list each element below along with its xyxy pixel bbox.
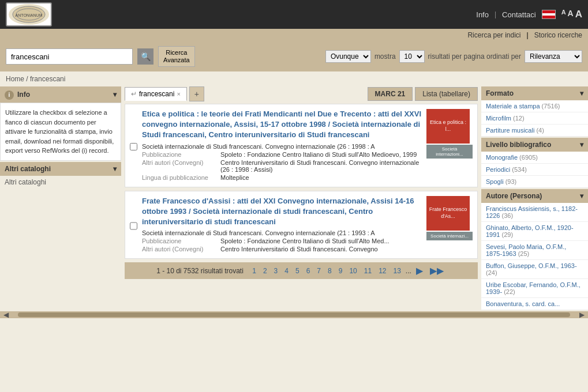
thumb-text-2: Frate Francesco d'As... — [429, 206, 467, 220]
autore-3-count: (24) — [486, 269, 497, 276]
formato-header[interactable]: Formato ▾ — [481, 86, 588, 100]
list-item[interactable]: Periodici (534) — [481, 164, 588, 176]
list-item[interactable]: Ghinato, Alberto, O.F.M., 1920-1991 (29) — [481, 222, 588, 241]
show-label: mostra — [374, 52, 396, 61]
result-altri-autori-2: Centro Interuniversitario di Studi franc… — [220, 246, 422, 252]
autore-5-label: Bonaventura, s. card. ca... — [486, 300, 560, 307]
list-item[interactable]: Franciscus Assisiensis, s., 1182-1226 (3… — [481, 203, 588, 222]
page-9-link[interactable]: 9 — [336, 266, 345, 276]
next-page-button[interactable]: ▶ — [414, 265, 425, 276]
last-page-button[interactable]: ▶▶ — [428, 265, 446, 276]
advanced-search-button[interactable]: Ricerca Avanzata — [158, 46, 195, 67]
result-altri-autori-1: Centro Interuniversitario di Studi franc… — [220, 159, 422, 173]
result-tipo-label-1: Pubblicazione — [142, 151, 217, 158]
list-item[interactable]: Bonaventura, s. card. ca... — [481, 298, 588, 310]
scroll-right-arrow[interactable]: ▶ — [576, 311, 588, 318]
info-section-content: Utilizzare la checkbox di selezione a fi… — [0, 103, 121, 161]
result-body-1: Etica e politica : le teorie dei Frati M… — [142, 109, 422, 182]
home-link[interactable]: Home — [6, 75, 24, 83]
list-item[interactable]: Spogli (93) — [481, 176, 588, 188]
page-1-link[interactable]: 1 — [250, 266, 259, 276]
autore-arrow: ▾ — [580, 192, 583, 200]
sort-select[interactable]: Rilevanza — [525, 50, 582, 63]
formato-section: Formato ▾ Materiale a stampa (7516) Micr… — [481, 86, 588, 137]
info-icon: i — [5, 89, 14, 100]
tab-add-button[interactable]: + — [189, 86, 204, 101]
pagination: 1 - 10 di 7532 risultati trovati 1 2 3 4… — [125, 262, 478, 279]
left-sidebar: i Info ▾ Utilizzare la checkbox di selez… — [0, 86, 121, 311]
page-13-link[interactable]: 13 — [391, 266, 403, 276]
font-small-button[interactable]: A — [561, 9, 566, 20]
active-tab[interactable]: ↵ francescani × — [125, 87, 187, 101]
lista-tabellare-button[interactable]: Lista (tabellare) — [415, 87, 478, 101]
bottom-scrollbar[interactable]: ◀ ▶ — [0, 311, 588, 318]
page-10-link[interactable]: 10 — [347, 266, 359, 276]
scroll-track[interactable] — [18, 312, 570, 317]
header-right: Info | Contattaci A A A — [476, 9, 582, 20]
results-per-page-label: risultati per pagina ordinati per — [428, 52, 521, 61]
result-title-2[interactable]: Frate Francesco d'Assisi : atti del XXI … — [142, 196, 422, 228]
livello-section: Livello bibliografico ▾ Monografie (6905… — [481, 138, 588, 188]
result-luogo-2: Spoleto : Fondazione Centro Italiano di … — [220, 238, 422, 244]
page-5-link[interactable]: 5 — [293, 266, 302, 276]
autore-1-count: (29) — [502, 231, 514, 238]
ricerca-indici-link[interactable]: Ricerca per indici — [467, 31, 520, 39]
table-row: Etica e politica : le teorie dei Frati M… — [125, 104, 478, 187]
page-4-link[interactable]: 4 — [282, 266, 291, 276]
font-large-button[interactable]: A — [575, 9, 582, 20]
altri-cataloghi-header[interactable]: Altri cataloghi ▾ — [0, 162, 121, 176]
result-tipo-row-2: Pubblicazione Spoleto : Fondazione Centr… — [142, 238, 422, 244]
main-layout: i Info ▾ Utilizzare la checkbox di selez… — [0, 86, 588, 311]
page-8-link[interactable]: 8 — [325, 266, 334, 276]
list-item[interactable]: Buffon, Giuseppe, O.F.M., 1963- (24) — [481, 260, 588, 279]
page-3-link[interactable]: 3 — [272, 266, 280, 276]
contattaci-link[interactable]: Contattaci — [502, 10, 536, 19]
altri-cataloghi-item[interactable]: Altri cataloghi — [0, 176, 121, 189]
page-2-link[interactable]: 2 — [261, 266, 269, 276]
result-thumbnail-2: Frate Francesco d'As... Società internaz… — [426, 196, 473, 254]
list-item[interactable]: Materiale a stampa (7516) — [481, 100, 588, 112]
list-item[interactable]: Monografie (6905) — [481, 152, 588, 164]
result-thumbnail-1: Etica e politica : l... Società internaz… — [426, 109, 473, 182]
list-item[interactable]: Sevesi, Paolo Maria, O.F.M., 1875-1963 (… — [481, 241, 588, 260]
result-checkbox-1[interactable] — [130, 111, 137, 182]
pagination-summary: 1 - 10 di 7532 risultati trovati — [156, 267, 244, 275]
font-medium-button[interactable]: A — [568, 9, 574, 20]
scroll-left-arrow[interactable]: ◀ — [0, 311, 12, 318]
info-section-header[interactable]: i Info ▾ — [0, 86, 121, 103]
list-item[interactable]: Microfilm (12) — [481, 112, 588, 125]
header: ANTONIANUM Info | Contattaci A A A — [0, 0, 588, 29]
storico-ricerche-link[interactable]: Storico ricerche — [534, 31, 582, 39]
livello-header[interactable]: Livello bibliografico ▾ — [481, 138, 588, 152]
formato-label: Formato — [486, 89, 514, 97]
page-6-link[interactable]: 6 — [304, 266, 313, 276]
result-ente-row-1: Società internazionale di Studi francesc… — [142, 143, 422, 150]
info-link[interactable]: Info — [476, 10, 489, 19]
thumb-org-1: Società internazioni... — [436, 146, 463, 157]
info-section-arrow: ▾ — [113, 91, 117, 99]
autore-header[interactable]: Autore (Persona) ▾ — [481, 189, 588, 203]
result-title-1[interactable]: Etica e politica : le teorie dei Frati M… — [142, 109, 422, 141]
marc21-button[interactable]: MARC 21 — [368, 87, 413, 101]
show-count-select[interactable]: 10 20 50 — [399, 50, 425, 63]
search-button[interactable]: 🔍 — [137, 48, 153, 65]
result-altri-autori-row-1: Altri autori (Convegni) Centro Interuniv… — [142, 159, 422, 173]
list-item[interactable]: Partiture musicali (4) — [481, 125, 588, 137]
page-12-link[interactable]: 12 — [376, 266, 388, 276]
periodici-count: (534) — [512, 166, 527, 173]
info-section: i Info ▾ Utilizzare la checkbox di selez… — [0, 86, 121, 161]
page-11-link[interactable]: 11 — [362, 266, 374, 276]
search-bar: 🔍 Ricerca Avanzata Ovunque mostra 10 20 … — [0, 42, 588, 71]
autore-section: Autore (Persona) ▾ Franciscus Assisiensi… — [481, 189, 588, 310]
list-item[interactable]: Uribe Escobar, Fernando, O.F.M., 1939- (… — [481, 279, 588, 298]
result-checkbox-2[interactable] — [130, 198, 137, 254]
result-tipo-label-2: Pubblicazione — [142, 238, 217, 244]
search-input[interactable] — [6, 48, 133, 65]
language-flag[interactable] — [542, 10, 556, 19]
page-7-link[interactable]: 7 — [314, 266, 323, 276]
where-select[interactable]: Ovunque — [325, 50, 371, 63]
livello-label: Livello bibliografico — [486, 141, 551, 149]
tab-close-button[interactable]: × — [177, 91, 180, 97]
spogli-count: (93) — [505, 178, 517, 185]
partiture-count: (4) — [536, 127, 544, 134]
